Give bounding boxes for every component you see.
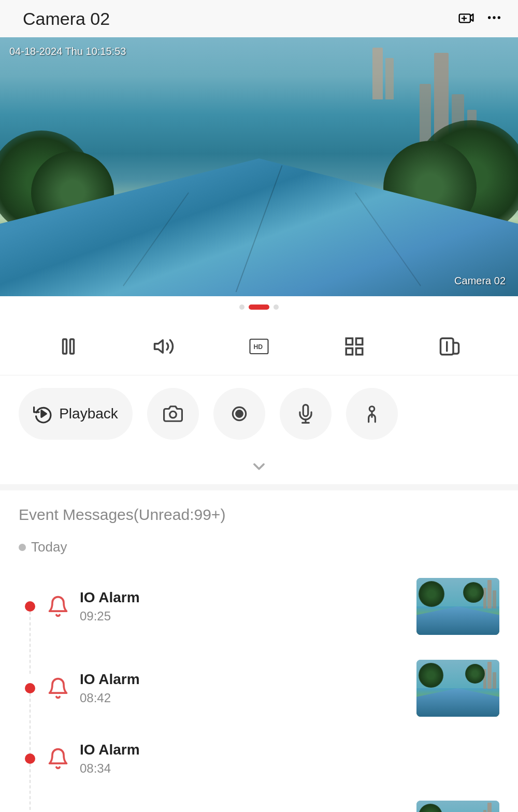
clip-button[interactable]	[431, 328, 468, 365]
timeline-dot	[25, 683, 35, 693]
bell-col	[41, 595, 75, 618]
timeline-line	[30, 612, 31, 674]
hd-button[interactable]: HD	[241, 328, 277, 365]
record-button[interactable]	[213, 388, 265, 440]
event-list: IO Alarm 09:25	[19, 566, 499, 812]
pause-button[interactable]	[50, 328, 87, 365]
indicator-dot-2	[249, 304, 269, 310]
svg-rect-7	[70, 339, 74, 354]
camera-timestamp: 04-18-2024 Thu 10:15:53	[9, 46, 126, 57]
event-time: 08:42	[80, 691, 416, 705]
timeline-dot	[25, 601, 35, 612]
timeline-col	[19, 683, 41, 693]
page-title: Camera 02	[23, 9, 110, 29]
alarm-icon	[47, 677, 69, 700]
event-title: IO Alarm	[80, 742, 499, 758]
list-item[interactable]: IO Alarm 09:25	[19, 566, 499, 647]
svg-point-3	[488, 16, 491, 19]
svg-point-18	[170, 411, 177, 418]
snapshot-button[interactable]	[147, 388, 199, 440]
event-title: IO Alarm	[80, 589, 416, 606]
svg-rect-6	[63, 339, 67, 354]
indicator-dot-1	[239, 304, 244, 310]
date-text: Today	[31, 539, 67, 555]
timeline-line	[30, 764, 31, 812]
svg-rect-13	[346, 349, 352, 355]
event-title: IO Alarm	[80, 671, 416, 688]
grid-button[interactable]	[336, 328, 372, 365]
svg-point-4	[493, 16, 495, 19]
timeline-dot	[25, 753, 35, 764]
date-label: Today	[19, 534, 499, 566]
camera-feed: 04-18-2024 Thu 10:15:53 Camera 02	[0, 37, 518, 296]
event-header-title: Event Messages	[19, 506, 134, 523]
svg-rect-12	[356, 338, 363, 344]
event-info: IO Alarm 09:25	[75, 589, 416, 624]
svg-marker-8	[155, 340, 163, 353]
bell-col	[41, 747, 75, 770]
svg-marker-17	[41, 411, 47, 417]
timeline-section: Today IO Alarm 09:25	[0, 534, 518, 812]
event-info: IO Alarm 08:42	[75, 671, 416, 705]
header-left: Camera 02	[16, 9, 110, 29]
playback-label: Playback	[59, 405, 118, 422]
expand-row[interactable]	[0, 452, 518, 484]
microphone-button[interactable]	[280, 388, 332, 440]
event-thumbnail[interactable]	[416, 660, 499, 717]
person-detection-button[interactable]	[346, 388, 398, 440]
playback-button[interactable]: Playback	[19, 388, 133, 440]
list-item[interactable]: IO Alarm 08:32	[19, 788, 499, 812]
indicator-bar	[0, 296, 518, 318]
timeline-col	[19, 601, 41, 612]
event-time: 08:34	[80, 761, 499, 776]
indicator-dot-3	[274, 304, 279, 310]
header: Camera 02	[0, 0, 518, 37]
volume-button[interactable]	[146, 328, 182, 365]
event-time: 09:25	[80, 609, 416, 624]
event-header: Event Messages(Unread:99+)	[0, 490, 518, 534]
timeline-col	[19, 753, 41, 764]
bell-col	[41, 677, 75, 700]
svg-rect-11	[346, 338, 352, 344]
alarm-icon	[47, 595, 69, 618]
alarm-icon	[47, 747, 69, 770]
list-item[interactable]: IO Alarm 08:34	[19, 729, 499, 788]
header-right	[458, 9, 502, 28]
svg-text:HD: HD	[254, 343, 263, 351]
list-item[interactable]: IO Alarm 08:42	[19, 647, 499, 729]
svg-point-20	[236, 411, 243, 417]
timeline-line	[30, 693, 31, 756]
event-info: IO Alarm 08:34	[75, 742, 499, 776]
controls-bar: HD	[0, 318, 518, 375]
action-bar: Playback	[0, 375, 518, 452]
svg-point-5	[498, 16, 500, 19]
event-thumbnail[interactable]	[416, 578, 499, 635]
date-dot	[19, 544, 26, 551]
camera-label: Camera 02	[454, 275, 506, 287]
more-button[interactable]	[486, 9, 502, 28]
add-camera-button[interactable]	[458, 9, 474, 28]
event-unread: (Unread:99+)	[134, 506, 226, 523]
event-thumbnail[interactable]	[416, 801, 499, 812]
svg-rect-14	[356, 349, 363, 355]
event-section: Event Messages(Unread:99+) Today	[0, 490, 518, 812]
